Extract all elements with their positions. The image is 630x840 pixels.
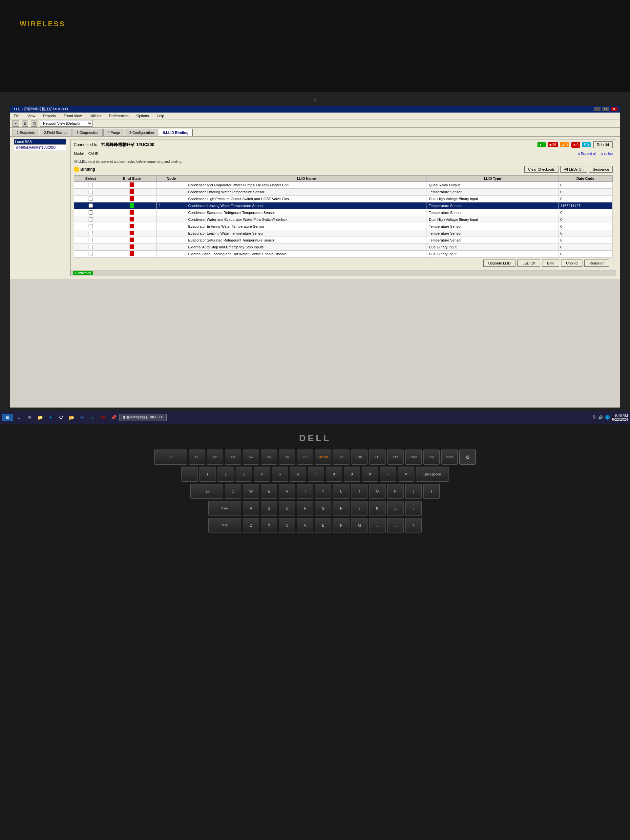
key-e[interactable]: E bbox=[261, 484, 277, 499]
menu-preferences[interactable]: Preferences bbox=[107, 113, 129, 118]
key-comma[interactable]: , bbox=[369, 518, 385, 533]
key-0[interactable]: 0 bbox=[362, 467, 378, 482]
key-capslock[interactable]: Caps bbox=[208, 501, 241, 516]
key-z[interactable]: Z bbox=[243, 518, 259, 533]
key-g[interactable]: G bbox=[315, 501, 332, 516]
key-f2[interactable]: F2 bbox=[207, 450, 223, 465]
sidebar-item-uc800[interactable]: 邯郸峰峰梧桐庄矿1#UC800 bbox=[14, 144, 66, 151]
key-l[interactable]: L bbox=[387, 501, 404, 516]
key-r[interactable]: R bbox=[279, 484, 295, 499]
table-row[interactable]: Condenser Entering Water Temperature Sen… bbox=[74, 189, 613, 196]
taskbar-file-icon[interactable]: 📁 bbox=[35, 413, 45, 422]
checkbox-5[interactable] bbox=[88, 217, 93, 221]
key-k[interactable]: K bbox=[369, 501, 385, 516]
row-select-6[interactable] bbox=[74, 223, 107, 230]
key-2[interactable]: 2 bbox=[218, 467, 234, 482]
checkbox-4[interactable] bbox=[88, 210, 93, 215]
key-tab[interactable]: Tab bbox=[190, 484, 223, 499]
key-tilde[interactable]: ~ bbox=[182, 467, 198, 482]
key-f8[interactable]: F8/GIO bbox=[315, 450, 332, 465]
table-row[interactable]: Evaporator Saturated Refrigerant Tempera… bbox=[74, 237, 613, 244]
menu-help[interactable]: Help bbox=[156, 113, 166, 118]
row-select-9[interactable] bbox=[74, 244, 107, 251]
row-select-2[interactable] bbox=[74, 196, 107, 202]
table-row[interactable]: External Auto/Stop and Emergency Stop In… bbox=[74, 244, 613, 251]
key-c[interactable]: C bbox=[279, 518, 295, 533]
checkbox-0[interactable] bbox=[88, 183, 93, 187]
key-backspace[interactable]: Backspace bbox=[416, 467, 449, 482]
llid-name-7[interactable]: Evaporator Leaving Water Temperature Sen… bbox=[186, 230, 427, 237]
key-3[interactable]: 3 bbox=[235, 467, 252, 482]
checkbox-9[interactable] bbox=[88, 245, 93, 249]
key-v[interactable]: V bbox=[297, 518, 313, 533]
checkbox-8[interactable] bbox=[88, 238, 93, 242]
expand-all-link[interactable]: ⊕ Expand all bbox=[578, 152, 596, 156]
row-select-10[interactable] bbox=[74, 251, 107, 257]
taskbar-folder-icon[interactable]: 📂 bbox=[67, 413, 76, 422]
taskbar-task-icon[interactable]: ⊡ bbox=[25, 413, 34, 422]
key-f7[interactable]: F7 bbox=[297, 450, 313, 465]
key-shift-left[interactable]: Shift bbox=[208, 518, 241, 533]
row-select-4[interactable] bbox=[74, 209, 107, 216]
llid-name-1[interactable]: Condenser Entering Water Temperature Sen… bbox=[186, 189, 427, 196]
key-1[interactable]: 1 bbox=[199, 467, 216, 482]
power-button[interactable]: ⏻ bbox=[459, 450, 476, 465]
tab-llid-binding[interactable]: 6.LLID Binding bbox=[159, 129, 193, 136]
key-p[interactable]: P bbox=[387, 484, 404, 499]
menu-options[interactable]: Options bbox=[135, 113, 150, 118]
key-i[interactable]: I bbox=[351, 484, 368, 499]
key-h[interactable]: H bbox=[333, 501, 349, 516]
key-f4[interactable]: F4 bbox=[243, 450, 259, 465]
checkbox-10[interactable] bbox=[88, 252, 93, 256]
taskbar-uc800-app[interactable]: 邯郸峰峰梧桐庄矿1#UC800 bbox=[120, 414, 167, 421]
clear-checkouts-button[interactable]: Clear Checkouts bbox=[524, 166, 558, 172]
key-f1[interactable]: F1 bbox=[189, 450, 205, 465]
key-slash[interactable]: / bbox=[405, 518, 422, 533]
key-y[interactable]: Y bbox=[315, 484, 332, 499]
checkbox-6[interactable] bbox=[88, 224, 93, 228]
led-off-button[interactable]: LED Off bbox=[518, 259, 540, 267]
close-icon[interactable]: ✕ bbox=[611, 107, 617, 111]
key-s[interactable]: S bbox=[261, 501, 277, 516]
row-select-3[interactable] bbox=[74, 202, 107, 209]
row-select-1[interactable] bbox=[74, 189, 107, 196]
table-row[interactable]: 2Condenser Leaving Water Temperature Sen… bbox=[74, 202, 613, 209]
key-u[interactable]: U bbox=[333, 484, 349, 499]
menu-file[interactable]: File bbox=[13, 113, 21, 118]
key-minus[interactable]: - bbox=[380, 467, 396, 482]
collapse-link[interactable]: ⊖ collap bbox=[600, 152, 613, 156]
minimize-icon[interactable]: ─ bbox=[594, 107, 601, 111]
key-f9[interactable]: F9 bbox=[333, 450, 349, 465]
menu-view[interactable]: View bbox=[26, 113, 37, 118]
table-row[interactable]: Condenser and Evaporator Water Pumps; Oi… bbox=[74, 182, 613, 189]
key-d[interactable]: D bbox=[279, 501, 295, 516]
key-t[interactable]: T bbox=[297, 484, 313, 499]
key-period[interactable]: . bbox=[387, 518, 404, 533]
key-f3[interactable]: F3 bbox=[225, 450, 241, 465]
table-row[interactable]: External Base Loading and Hot Water Cont… bbox=[74, 251, 613, 257]
taskbar-volume-icon[interactable]: 🔊 bbox=[598, 415, 603, 420]
key-5[interactable]: 5 bbox=[272, 467, 288, 482]
key-f12[interactable]: F12 bbox=[387, 450, 404, 465]
key-9[interactable]: 9 bbox=[344, 467, 360, 482]
checkbox-3[interactable] bbox=[88, 204, 93, 208]
taskbar-excel-icon[interactable]: X bbox=[88, 413, 97, 422]
key-w[interactable]: W bbox=[243, 484, 259, 499]
sequence-button[interactable]: Sequence bbox=[589, 166, 613, 172]
tab-diagnostics[interactable]: 3.Diagnostics bbox=[73, 129, 103, 136]
col-llid-name[interactable]: LLID Name bbox=[186, 175, 427, 182]
key-home[interactable]: Home bbox=[405, 450, 422, 465]
tab-configuration[interactable]: 5.Configuration bbox=[125, 129, 158, 136]
key-insert[interactable]: Insert bbox=[441, 450, 458, 465]
taskbar-word-icon[interactable]: W bbox=[77, 413, 87, 422]
checkbox-7[interactable] bbox=[88, 231, 93, 235]
taskbar-pin-icon[interactable]: 📌 bbox=[109, 413, 118, 422]
llid-name-9[interactable]: External Auto/Stop and Emergency Stop In… bbox=[186, 244, 427, 251]
tab-purge[interactable]: 4.Purge bbox=[103, 129, 125, 136]
start-button[interactable]: ⊞ bbox=[2, 414, 13, 421]
llid-name-2[interactable]: Condenser High Pressure Cutout Switch an… bbox=[186, 196, 427, 202]
key-f11[interactable]: F11 bbox=[369, 450, 385, 465]
table-row[interactable]: Condenser Water and Evaporator Water Flo… bbox=[74, 216, 613, 223]
taskbar-app-icon[interactable]: W bbox=[98, 413, 107, 422]
taskbar-network-icon[interactable]: 🌐 bbox=[605, 415, 610, 420]
